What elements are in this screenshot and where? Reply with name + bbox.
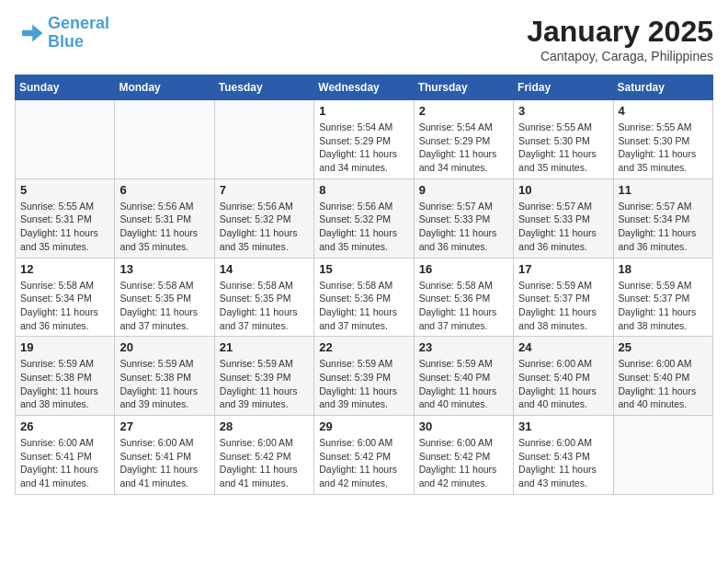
day-cell: 1Sunrise: 5:54 AM Sunset: 5:29 PM Daylig… [314, 100, 414, 179]
day-cell: 27Sunrise: 6:00 AM Sunset: 5:41 PM Dayli… [115, 416, 214, 495]
week-row-3: 19Sunrise: 5:59 AM Sunset: 5:38 PM Dayli… [16, 337, 713, 416]
day-number: 4 [619, 104, 708, 118]
day-cell: 5Sunrise: 5:55 AM Sunset: 5:31 PM Daylig… [16, 178, 115, 258]
day-cell: 9Sunrise: 5:57 AM Sunset: 5:33 PM Daylig… [414, 178, 513, 258]
day-cell: 16Sunrise: 5:58 AM Sunset: 5:36 PM Dayli… [414, 258, 513, 337]
day-info: Sunrise: 5:59 AM Sunset: 5:39 PM Dayligh… [319, 357, 408, 411]
day-info: Sunrise: 6:00 AM Sunset: 5:41 PM Dayligh… [119, 436, 209, 490]
day-info: Sunrise: 5:55 AM Sunset: 5:30 PM Dayligh… [619, 121, 708, 175]
day-number: 29 [319, 419, 408, 433]
day-number: 14 [220, 262, 309, 276]
header-tuesday: Tuesday [214, 75, 313, 100]
day-number: 22 [319, 340, 408, 354]
day-info: Sunrise: 6:00 AM Sunset: 5:43 PM Dayligh… [518, 436, 608, 490]
day-number: 19 [20, 340, 109, 354]
day-info: Sunrise: 5:55 AM Sunset: 5:30 PM Dayligh… [518, 121, 608, 175]
week-row-1: 5Sunrise: 5:55 AM Sunset: 5:31 PM Daylig… [16, 178, 713, 258]
day-cell: 25Sunrise: 6:00 AM Sunset: 5:40 PM Dayli… [613, 337, 712, 416]
day-cell: 18Sunrise: 5:59 AM Sunset: 5:37 PM Dayli… [613, 258, 712, 337]
week-row-4: 26Sunrise: 6:00 AM Sunset: 5:41 PM Dayli… [16, 416, 713, 495]
day-info: Sunrise: 6:00 AM Sunset: 5:42 PM Dayligh… [419, 436, 508, 490]
day-number: 2 [419, 104, 508, 118]
day-info: Sunrise: 5:57 AM Sunset: 5:33 PM Dayligh… [419, 200, 508, 254]
day-cell: 19Sunrise: 5:59 AM Sunset: 5:38 PM Dayli… [16, 337, 115, 416]
day-number: 1 [319, 104, 408, 118]
day-info: Sunrise: 6:00 AM Sunset: 5:42 PM Dayligh… [319, 436, 408, 490]
day-cell: 12Sunrise: 5:58 AM Sunset: 5:34 PM Dayli… [16, 258, 115, 337]
logo: General Blue [15, 15, 109, 52]
day-number: 12 [20, 262, 109, 276]
day-number: 28 [220, 419, 309, 433]
day-cell: 8Sunrise: 5:56 AM Sunset: 5:32 PM Daylig… [314, 178, 414, 258]
logo-text: General Blue [48, 15, 109, 52]
day-cell: 17Sunrise: 5:59 AM Sunset: 5:37 PM Dayli… [514, 258, 613, 337]
day-info: Sunrise: 5:54 AM Sunset: 5:29 PM Dayligh… [319, 121, 408, 175]
location: Cantapoy, Caraga, Philippines [527, 49, 713, 63]
header-wednesday: Wednesday [314, 75, 414, 100]
day-cell: 7Sunrise: 5:56 AM Sunset: 5:32 PM Daylig… [214, 178, 313, 258]
day-info: Sunrise: 5:58 AM Sunset: 5:36 PM Dayligh… [319, 279, 408, 333]
svg-marker-0 [22, 24, 42, 41]
day-cell: 4Sunrise: 5:55 AM Sunset: 5:30 PM Daylig… [613, 100, 712, 179]
day-number: 16 [419, 262, 508, 276]
day-number: 25 [619, 340, 708, 354]
day-cell [214, 100, 313, 179]
day-cell: 21Sunrise: 5:59 AM Sunset: 5:39 PM Dayli… [214, 337, 313, 416]
day-info: Sunrise: 5:59 AM Sunset: 5:39 PM Dayligh… [220, 357, 309, 411]
day-number: 15 [319, 262, 408, 276]
day-number: 26 [20, 419, 109, 433]
day-info: Sunrise: 5:59 AM Sunset: 5:38 PM Dayligh… [119, 357, 209, 411]
day-info: Sunrise: 5:58 AM Sunset: 5:34 PM Dayligh… [20, 279, 109, 333]
day-cell: 3Sunrise: 5:55 AM Sunset: 5:30 PM Daylig… [514, 100, 613, 179]
day-cell: 10Sunrise: 5:57 AM Sunset: 5:33 PM Dayli… [514, 178, 613, 258]
day-cell: 29Sunrise: 6:00 AM Sunset: 5:42 PM Dayli… [314, 416, 414, 495]
day-info: Sunrise: 5:54 AM Sunset: 5:29 PM Dayligh… [419, 121, 508, 175]
day-number: 17 [518, 262, 608, 276]
logo-line2: Blue [48, 32, 84, 51]
day-cell [613, 416, 712, 495]
day-cell: 15Sunrise: 5:58 AM Sunset: 5:36 PM Dayli… [314, 258, 414, 337]
day-number: 8 [319, 183, 408, 197]
day-cell [16, 100, 115, 179]
day-info: Sunrise: 5:57 AM Sunset: 5:34 PM Dayligh… [619, 200, 708, 254]
day-cell: 14Sunrise: 5:58 AM Sunset: 5:35 PM Dayli… [214, 258, 313, 337]
day-number: 31 [518, 419, 608, 433]
day-cell: 23Sunrise: 5:59 AM Sunset: 5:40 PM Dayli… [414, 337, 513, 416]
day-cell: 13Sunrise: 5:58 AM Sunset: 5:35 PM Dayli… [115, 258, 214, 337]
month-title: January 2025 [527, 15, 713, 49]
day-info: Sunrise: 5:59 AM Sunset: 5:40 PM Dayligh… [419, 357, 508, 411]
day-info: Sunrise: 5:58 AM Sunset: 5:36 PM Dayligh… [419, 279, 508, 333]
page-header: General Blue January 2025 Cantapoy, Cara… [15, 15, 713, 63]
day-cell: 26Sunrise: 6:00 AM Sunset: 5:41 PM Dayli… [16, 416, 115, 495]
day-number: 21 [220, 340, 309, 354]
day-info: Sunrise: 5:58 AM Sunset: 5:35 PM Dayligh… [119, 279, 209, 333]
day-cell: 11Sunrise: 5:57 AM Sunset: 5:34 PM Dayli… [613, 178, 712, 258]
header-thursday: Thursday [414, 75, 513, 100]
day-number: 10 [518, 183, 608, 197]
day-info: Sunrise: 6:00 AM Sunset: 5:42 PM Dayligh… [220, 436, 309, 490]
logo-icon [15, 18, 44, 48]
header-friday: Friday [514, 75, 613, 100]
day-number: 5 [20, 183, 109, 197]
header-monday: Monday [115, 75, 214, 100]
logo-line1: General [48, 14, 109, 32]
day-number: 30 [419, 419, 508, 433]
day-info: Sunrise: 5:59 AM Sunset: 5:37 PM Dayligh… [518, 279, 608, 333]
day-number: 11 [619, 183, 708, 197]
day-cell: 20Sunrise: 5:59 AM Sunset: 5:38 PM Dayli… [115, 337, 214, 416]
day-number: 7 [220, 183, 309, 197]
day-cell: 28Sunrise: 6:00 AM Sunset: 5:42 PM Dayli… [214, 416, 313, 495]
week-row-2: 12Sunrise: 5:58 AM Sunset: 5:34 PM Dayli… [16, 258, 713, 337]
day-cell: 6Sunrise: 5:56 AM Sunset: 5:31 PM Daylig… [115, 178, 214, 258]
day-info: Sunrise: 5:59 AM Sunset: 5:38 PM Dayligh… [20, 357, 109, 411]
day-info: Sunrise: 6:00 AM Sunset: 5:40 PM Dayligh… [619, 357, 708, 411]
day-info: Sunrise: 5:59 AM Sunset: 5:37 PM Dayligh… [619, 279, 708, 333]
day-number: 18 [619, 262, 708, 276]
day-info: Sunrise: 5:56 AM Sunset: 5:32 PM Dayligh… [319, 200, 408, 254]
day-cell [115, 100, 214, 179]
calendar: SundayMondayTuesdayWednesdayThursdayFrid… [15, 75, 713, 495]
day-number: 9 [419, 183, 508, 197]
day-cell: 24Sunrise: 6:00 AM Sunset: 5:40 PM Dayli… [514, 337, 613, 416]
week-row-0: 1Sunrise: 5:54 AM Sunset: 5:29 PM Daylig… [16, 100, 713, 179]
day-info: Sunrise: 5:56 AM Sunset: 5:31 PM Dayligh… [119, 200, 209, 254]
